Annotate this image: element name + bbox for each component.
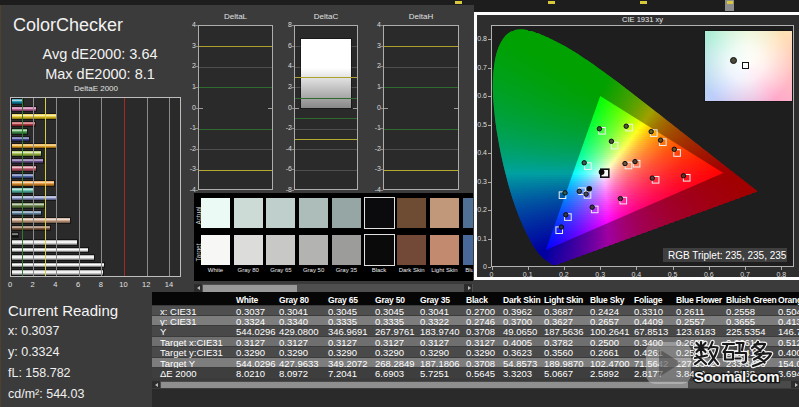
svg-text:Soomal.com: Soomal.com [694,368,779,385]
